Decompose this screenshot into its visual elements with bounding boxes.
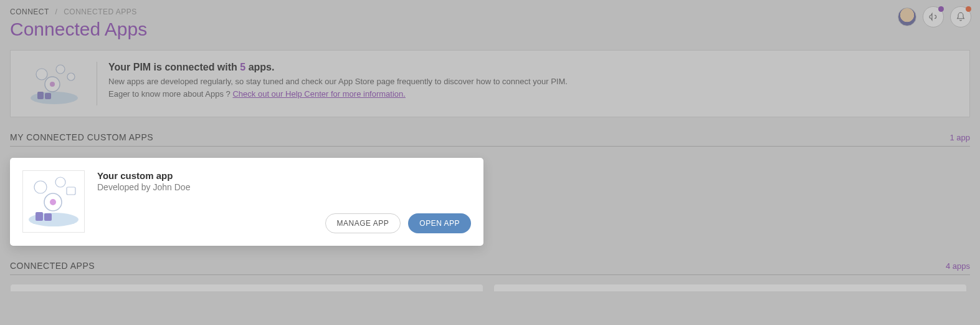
breadcrumb-root[interactable]: CONNECT (10, 7, 49, 16)
banner-line-2-prefix: Eager to know more about Apps ? (108, 89, 232, 99)
svg-point-10 (55, 177, 65, 187)
section-title-custom: MY CONNECTED CUSTOM APPS (10, 132, 153, 142)
svg-rect-15 (44, 213, 52, 221)
section-count-custom: 1 app (949, 133, 970, 142)
banner-line-1: New apps are developed regularly, so sta… (108, 75, 957, 88)
banner-illustration (23, 62, 85, 105)
app-card-thumb (22, 170, 85, 233)
svg-point-9 (34, 181, 47, 193)
svg-point-2 (56, 65, 65, 74)
app-card (493, 284, 967, 291)
page-title: Connected Apps (10, 19, 970, 40)
section-title-connected: CONNECTED APPS (10, 261, 95, 271)
avatar[interactable] (898, 7, 916, 26)
help-center-link[interactable]: Check out our Help Center for more infor… (232, 89, 405, 99)
banner-heading: Your PIM is connected with 5 apps. (108, 62, 957, 73)
notifications-badge (966, 6, 971, 12)
svg-rect-11 (67, 187, 75, 195)
open-app-button[interactable]: OPEN APP (408, 213, 471, 233)
megaphone-icon (928, 12, 938, 22)
svg-rect-6 (37, 92, 44, 99)
announcements-button[interactable] (923, 6, 944, 27)
breadcrumb-current: CONNECTED APPS (64, 7, 137, 16)
manage-app-button[interactable]: MANAGE APP (325, 213, 401, 233)
section-count-connected: 4 apps (946, 261, 970, 271)
app-card-title: Your custom app (97, 170, 471, 181)
svg-point-5 (50, 82, 55, 87)
app-card-developer: Developed by John Doe (97, 182, 471, 192)
svg-point-13 (50, 199, 56, 205)
app-card: Your custom app Developed by John Doe MA… (10, 158, 483, 246)
svg-point-3 (67, 73, 75, 80)
app-card (10, 284, 483, 291)
svg-point-1 (36, 69, 47, 80)
breadcrumb: CONNECT / CONNECTED APPS (10, 7, 970, 16)
notifications-button[interactable] (950, 6, 971, 27)
svg-rect-14 (36, 212, 43, 221)
svg-rect-7 (45, 93, 51, 99)
bell-icon (956, 12, 966, 22)
info-banner: Your PIM is connected with 5 apps. New a… (10, 50, 970, 117)
announcements-badge (938, 6, 944, 12)
